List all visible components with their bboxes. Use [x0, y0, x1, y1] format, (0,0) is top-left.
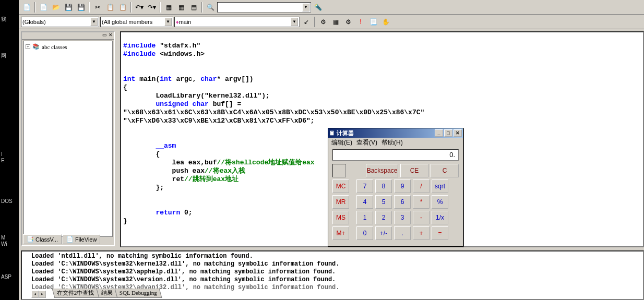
undo-icon[interactable]: ↶▾ — [134, 2, 145, 13]
goto-icon[interactable]: ↙ — [301, 16, 312, 28]
output-line: Loaded 'ntdll.dll', no matching symbolic… — [31, 253, 634, 260]
copy-icon[interactable]: 📋 — [104, 2, 116, 13]
breakpoint-icon[interactable]: ✋ — [380, 16, 391, 28]
mr-button[interactable]: MR — [332, 195, 349, 209]
folder-icon: 📚 — [32, 43, 40, 50]
find-in-files-icon[interactable]: 🔍 — [205, 2, 216, 13]
workspace-pane: ▭ ✕ + 📚 abc classes 📑ClassV... 📄FileView — [21, 31, 115, 246]
output-line: Loaded 'C:\WINDOWS\system32\apphelp.dll'… — [31, 268, 634, 276]
divide-button[interactable]: / — [413, 179, 430, 193]
calculator-display: 0. — [332, 149, 459, 161]
window-list-icon[interactable]: ▤ — [188, 2, 199, 13]
redo-icon[interactable]: ↷▾ — [146, 2, 158, 13]
calculator-menubar[interactable]: 编辑(E) 查看(V) 帮助(H) — [328, 138, 463, 147]
multiply-button[interactable]: * — [413, 195, 430, 209]
digit-6[interactable]: 6 — [394, 195, 411, 209]
toolbar-wizard: (Globals)▼ (All global members▼ ♦ main▼ … — [19, 15, 644, 29]
digit-7[interactable]: 7 — [356, 179, 373, 193]
paste-icon[interactable]: 📋 — [117, 2, 128, 13]
sqrt-button[interactable]: sqrt — [432, 179, 448, 193]
build-icon[interactable]: ⚙ — [317, 16, 329, 28]
toolbar-standard: 📄 📄 📂 💾 💾 ✂ 📋 📋 ↶▾ ↷▾ ▦ ▦ ▤ 🔍 ▼ 🔦 — [19, 0, 644, 15]
reciprocal-button[interactable]: 1/x — [432, 211, 448, 224]
tab-fileview[interactable]: 📄FileView — [63, 234, 100, 244]
tree-root-label: abc classes — [42, 44, 67, 50]
search-icon[interactable]: 🔦 — [312, 2, 324, 13]
stop-build-icon[interactable]: ⚙ — [342, 16, 354, 28]
plusminus-button[interactable]: +/- — [375, 226, 392, 240]
memory-indicator — [332, 164, 346, 177]
output-tab-results[interactable]: 结果 — [96, 289, 117, 298]
function-combo[interactable]: ♦ main▼ — [174, 17, 300, 27]
output-pane[interactable]: Loaded 'ntdll.dll', no matching symbolic… — [21, 250, 644, 300]
workspace-icon[interactable]: ▦ — [163, 2, 174, 13]
output-line: Loaded 'C:\WINDOWS\system32\version.dll'… — [31, 276, 634, 284]
workspace-header: ▭ ✕ — [22, 32, 114, 40]
new-icon[interactable]: 📄 — [38, 2, 49, 13]
digit-1[interactable]: 1 — [356, 211, 373, 224]
menu-view[interactable]: 查看(V) — [356, 138, 377, 147]
calculator-title: 计算器 — [337, 129, 354, 137]
digit-3[interactable]: 3 — [394, 211, 411, 224]
digit-8[interactable]: 8 — [375, 179, 392, 193]
ms-button[interactable]: MS — [332, 211, 349, 224]
scope-combo[interactable]: (Globals)▼ — [21, 17, 99, 27]
output-tab-arrows[interactable]: ◂▸ — [31, 291, 46, 298]
expand-icon[interactable]: + — [26, 44, 30, 49]
tree-root[interactable]: + 📚 abc classes — [26, 43, 110, 50]
close-button[interactable]: ✕ — [454, 129, 462, 137]
decimal-button[interactable]: . — [394, 226, 411, 240]
go-icon[interactable]: 📃 — [367, 16, 379, 28]
cut-icon[interactable]: ✂ — [92, 2, 103, 13]
tab-classview[interactable]: 📑ClassV... — [23, 234, 62, 244]
menu-edit[interactable]: 编辑(E) — [331, 138, 352, 147]
desktop-left-strip: 我 网 I E DOS M Wi ASP — [0, 0, 19, 300]
save-all-icon[interactable]: 💾 — [75, 2, 87, 13]
output-line: Loaded 'C:\WINDOWS\system32\kernel32.dll… — [31, 260, 634, 268]
members-combo[interactable]: (All global members▼ — [100, 17, 173, 27]
percent-button[interactable]: % — [432, 195, 448, 209]
digit-9[interactable]: 9 — [394, 179, 411, 193]
minimize-button[interactable]: _ — [435, 129, 443, 137]
open-icon[interactable]: 📂 — [50, 2, 62, 13]
output-tab-sql[interactable]: SQL Debugging — [114, 289, 162, 298]
save-icon[interactable]: 💾 — [63, 2, 74, 13]
clear-entry-button[interactable]: CE — [400, 164, 428, 177]
mc-button[interactable]: MC — [332, 179, 349, 193]
compile-icon[interactable]: ▦ — [330, 16, 341, 28]
subtract-button[interactable]: - — [413, 211, 430, 224]
execute-icon[interactable]: ! — [355, 16, 366, 28]
calculator-window[interactable]: 🖩 计算器 _ □ ✕ 编辑(E) 查看(V) 帮助(H) 0. Backspa… — [328, 128, 463, 247]
clear-button[interactable]: C — [431, 164, 459, 177]
class-tree[interactable]: + 📚 abc classes — [23, 41, 113, 237]
find-combo[interactable]: ▼ — [217, 2, 311, 13]
backspace-button[interactable]: Backspace — [366, 164, 398, 177]
app-icon: 🖩 — [329, 130, 335, 136]
digit-5[interactable]: 5 — [375, 195, 392, 209]
maximize-button[interactable]: □ — [444, 129, 452, 137]
output-icon[interactable]: ▦ — [175, 2, 187, 13]
menu-help[interactable]: 帮助(H) — [381, 138, 403, 147]
digit-0[interactable]: 0 — [356, 226, 373, 240]
digit-4[interactable]: 4 — [356, 195, 373, 209]
mplus-button[interactable]: M+ — [332, 226, 349, 240]
calculator-titlebar[interactable]: 🖩 计算器 _ □ ✕ — [328, 128, 463, 138]
digit-2[interactable]: 2 — [375, 211, 392, 224]
output-tab-find2[interactable]: 在文件2中查找 — [52, 289, 99, 298]
equals-button[interactable]: = — [432, 226, 448, 240]
add-button[interactable]: + — [413, 226, 430, 240]
new-text-icon[interactable]: 📄 — [21, 2, 32, 13]
